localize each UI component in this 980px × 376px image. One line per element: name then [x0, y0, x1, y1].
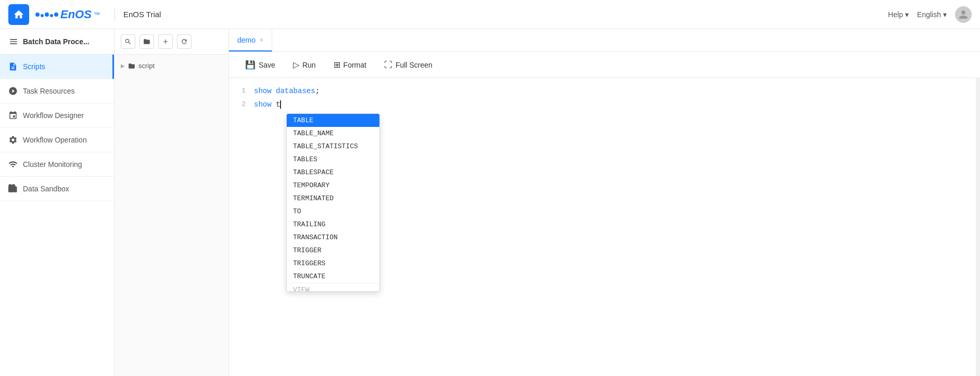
- layout: Batch Data Proce... Scripts Task Resourc…: [0, 29, 980, 376]
- ac-item-view[interactable]: VIEW: [287, 283, 379, 291]
- editor-content[interactable]: 1 show databases; 2 show t​: [229, 78, 980, 118]
- ac-item-trailing[interactable]: TRAILING: [287, 218, 379, 231]
- ac-item-table-name[interactable]: TABLE_NAME: [287, 127, 379, 140]
- file-toolbar: [114, 29, 228, 55]
- run-icon: ▷: [293, 60, 299, 70]
- task-resources-icon: [8, 86, 18, 96]
- save-icon: 💾: [245, 60, 256, 70]
- editor-line-2: 2 show t​: [229, 98, 980, 111]
- editor-line-1: 1 show databases;: [229, 84, 980, 98]
- sidebar-item-data-sandbox[interactable]: Data Sandbox: [0, 177, 114, 201]
- tab-bar: demo ×: [229, 29, 980, 52]
- logo: EnOS ™: [35, 8, 100, 21]
- top-nav: EnOS ™ EnOS Trial Help ▾ English ▾: [0, 0, 980, 29]
- line-code-1: show databases;: [254, 84, 320, 98]
- file-tree-script-item[interactable]: ▶ script: [114, 59, 228, 73]
- scripts-icon: [8, 62, 18, 71]
- tab-close-button[interactable]: ×: [260, 36, 263, 44]
- ac-item-table-statistics[interactable]: TABLE_STATISTICS: [287, 140, 379, 153]
- file-tree: ▶ script: [114, 55, 228, 77]
- demo-tab[interactable]: demo ×: [229, 29, 272, 51]
- sidebar-item-task-resources[interactable]: Task Resources: [0, 79, 114, 103]
- secondary-sidebar: ▶ script: [114, 29, 229, 376]
- ac-item-terminated[interactable]: TERMINATED: [287, 192, 379, 205]
- save-button[interactable]: 💾 Save: [237, 56, 283, 73]
- home-button[interactable]: [8, 4, 29, 25]
- ac-item-tablespace[interactable]: TABLESPACE: [287, 166, 379, 179]
- folder-button[interactable]: [139, 34, 154, 49]
- sidebar-item-cluster-monitoring[interactable]: Cluster Monitoring: [0, 152, 114, 177]
- folder-icon: [128, 62, 135, 70]
- sidebar-item-workflow-operation[interactable]: Workflow Operation: [0, 128, 114, 152]
- nav-divider: [114, 8, 115, 21]
- help-menu[interactable]: Help ▾: [888, 10, 909, 19]
- sidebar-label-cluster-monitoring: Cluster Monitoring: [23, 160, 82, 168]
- ac-item-table[interactable]: TABLE: [287, 114, 379, 127]
- refresh-button[interactable]: [177, 34, 192, 49]
- app-title: EnOS Trial: [123, 10, 161, 19]
- fullscreen-button[interactable]: ⛶ Full Screen: [376, 57, 440, 73]
- language-selector[interactable]: English ▾: [917, 10, 947, 19]
- line-number-2: 2: [229, 98, 254, 111]
- sidebar-item-scripts[interactable]: Scripts: [0, 55, 114, 79]
- ac-item-transaction[interactable]: TRANSACTION: [287, 231, 379, 244]
- fullscreen-icon: ⛶: [384, 60, 392, 70]
- ac-item-trigger[interactable]: TRIGGER: [287, 244, 379, 257]
- sidebar-label-data-sandbox: Data Sandbox: [23, 185, 69, 193]
- logo-text: EnOS: [60, 8, 92, 21]
- batch-data-icon: [8, 36, 19, 47]
- tab-label: demo: [237, 36, 256, 44]
- chevron-right-icon: ▶: [121, 63, 125, 69]
- editor-scrollbar[interactable]: [976, 78, 980, 376]
- search-button[interactable]: [121, 34, 135, 49]
- ac-item-triggers[interactable]: TRIGGERS: [287, 257, 379, 270]
- data-sandbox-icon: [8, 184, 18, 193]
- line-code-2: show t​: [254, 98, 281, 111]
- ac-item-truncate[interactable]: TRUNCATE: [287, 270, 379, 283]
- logo-dots: [35, 12, 58, 17]
- cluster-monitoring-icon: [8, 160, 18, 169]
- workflow-designer-icon: [8, 111, 18, 120]
- sidebar-header: Batch Data Proce...: [0, 29, 114, 55]
- sidebar-label-task-resources: Task Resources: [23, 87, 75, 95]
- nav-right: Help ▾ English ▾: [888, 6, 972, 23]
- sidebar-label-workflow-designer: Workflow Designer: [23, 111, 84, 120]
- format-button[interactable]: ⊞ Format: [326, 56, 374, 73]
- editor-toolbar: 💾 Save ▷ Run ⊞ Format ⛶ Full Screen: [229, 52, 980, 78]
- workflow-operation-icon: [8, 135, 18, 145]
- sidebar-item-workflow-designer[interactable]: Workflow Designer: [0, 103, 114, 128]
- run-button[interactable]: ▷ Run: [285, 56, 324, 73]
- help-chevron-icon: ▾: [905, 10, 909, 19]
- lang-chevron-icon: ▾: [943, 10, 947, 19]
- add-button[interactable]: [158, 34, 173, 49]
- file-tree-label: script: [138, 62, 155, 70]
- format-icon: ⊞: [334, 60, 340, 70]
- sidebar: Batch Data Proce... Scripts Task Resourc…: [0, 29, 114, 376]
- sidebar-label-workflow-operation: Workflow Operation: [23, 136, 87, 144]
- main-content: demo × 💾 Save ▷ Run ⊞ Format ⛶ Full Scre…: [229, 29, 980, 376]
- user-avatar[interactable]: [955, 6, 972, 23]
- line-number-1: 1: [229, 84, 254, 98]
- autocomplete-dropdown: TABLE TABLE_NAME TABLE_STATISTICS TABLES…: [286, 113, 380, 292]
- editor-area[interactable]: 1 show databases; 2 show t​ TABLE TABLE_…: [229, 78, 980, 376]
- ac-item-temporary[interactable]: TEMPORARY: [287, 179, 379, 192]
- sidebar-label-scripts: Scripts: [23, 62, 45, 71]
- ac-item-to[interactable]: TO: [287, 205, 379, 218]
- ac-item-tables[interactable]: TABLES: [287, 153, 379, 166]
